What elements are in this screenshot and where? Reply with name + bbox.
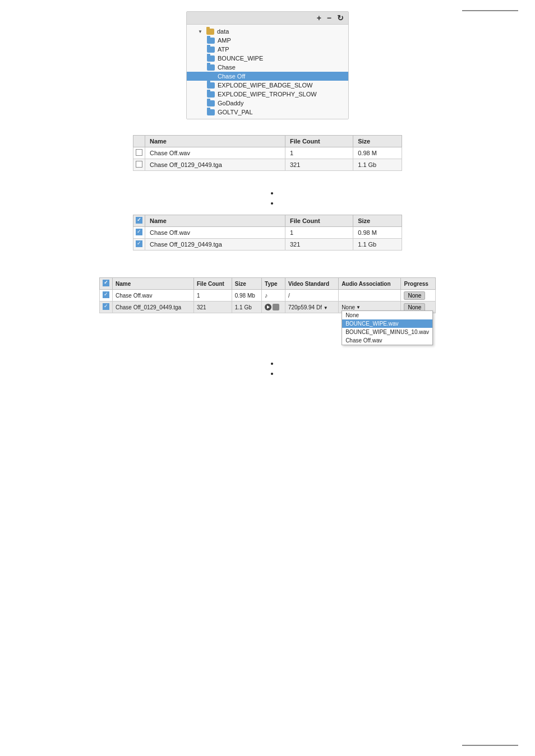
header-checkbox[interactable] xyxy=(136,217,142,224)
tree-item-label: AMP xyxy=(218,37,231,44)
folder-icon xyxy=(206,29,214,35)
col-type: Type xyxy=(262,278,285,290)
row-file-count: 1 xyxy=(193,290,232,302)
row-name: Chase Off_0129_0449.tga xyxy=(113,302,194,313)
bullets-section-2 xyxy=(99,357,436,379)
col-name: Name xyxy=(145,215,285,227)
tree-panel: + − ↻ ▼ data AMP ATP xyxy=(186,11,349,119)
bottom-decoration xyxy=(462,745,518,746)
tree-item-label: GoDaddy xyxy=(218,100,243,106)
row-file-count: 321 xyxy=(285,159,353,171)
row-type[interactable] xyxy=(262,302,285,313)
tree-item-label: Chase Off xyxy=(218,73,245,80)
col-size: Size xyxy=(232,278,261,290)
table-row: Chase Off.wav 1 0.98 M xyxy=(133,147,402,159)
stop-button[interactable] xyxy=(273,304,279,310)
row-size: 1.1 Gb xyxy=(353,159,402,171)
dropdown-option-bounce-wipe-minus[interactable]: BOUNCE_WIPE_MINUS_10.wav xyxy=(342,328,432,336)
audio-dropdown-arrow-icon[interactable]: ▼ xyxy=(356,305,361,310)
tree-item-label: data xyxy=(217,28,229,35)
row-name: Chase Off.wav xyxy=(145,227,285,239)
checkbox-unchecked[interactable] xyxy=(136,149,142,156)
row-size: 0.98 M xyxy=(353,147,402,159)
none-button[interactable]: None xyxy=(404,291,425,300)
tree-item-label: Chase xyxy=(218,64,236,71)
remove-button[interactable]: − xyxy=(327,13,331,22)
col-name: Name xyxy=(113,278,194,290)
dropdown-arrow-icon[interactable]: ▼ xyxy=(324,305,328,310)
tree-item-label: BOUNCE_WIPE xyxy=(218,55,263,62)
tree-item-label: GOLTV_PAL xyxy=(218,109,253,115)
tree-item-amp[interactable]: AMP xyxy=(187,36,348,45)
col-progress: Progress xyxy=(401,278,436,290)
top-decoration xyxy=(462,10,518,11)
row-checkbox-cell[interactable] xyxy=(133,159,145,171)
row-name: Chase Off.wav xyxy=(145,147,285,159)
audio-dropdown-value: None xyxy=(342,304,355,310)
play-button[interactable] xyxy=(265,304,271,310)
checked-table-section: Name File Count Size Chase Off.wav 1 0.9… xyxy=(17,215,518,251)
col-file-count: File Count xyxy=(285,215,353,227)
col-video-standard: Video Standard xyxy=(285,278,338,290)
row-size: 1.1 Gb xyxy=(232,302,261,313)
col-file-count: File Count xyxy=(285,136,353,147)
folder-icon xyxy=(207,100,215,106)
row-checkbox-cell[interactable] xyxy=(133,239,145,251)
add-button[interactable]: + xyxy=(317,13,321,22)
folder-icon xyxy=(207,64,215,71)
tree-item-godaddy[interactable]: GoDaddy xyxy=(187,99,348,108)
row-checkbox-cell[interactable] xyxy=(133,227,145,239)
checkbox-unchecked[interactable] xyxy=(136,161,142,168)
full-files-table: Name File Count Size Type Video Standard… xyxy=(99,277,436,313)
table-row: Chase Off_0129_0449.tga 321 1.1 Gb xyxy=(133,159,402,171)
row-checkbox-cell[interactable] xyxy=(100,290,113,302)
col-checkbox xyxy=(100,278,113,290)
header-checkbox[interactable] xyxy=(103,280,109,286)
row-audio-association-cell[interactable]: None ▼ None BOUNCE_WIPE.wav BOUNCE_WIPE_… xyxy=(339,302,401,313)
col-size: Size xyxy=(353,215,402,227)
folder-icon xyxy=(207,55,215,62)
col-file-count: File Count xyxy=(193,278,232,290)
checkbox-checked[interactable] xyxy=(136,229,142,235)
col-audio-association: Audio Association xyxy=(339,278,401,290)
folder-icon xyxy=(207,109,215,115)
dropdown-option-chase-off[interactable]: Chase Off.wav xyxy=(342,336,432,345)
row-checkbox-cell[interactable] xyxy=(133,147,145,159)
row-file-count: 321 xyxy=(285,239,353,251)
file-tree-section: + − ↻ ▼ data AMP ATP xyxy=(17,11,518,119)
tree-item-explode2[interactable]: EXPLODE_WIPE_TROPHY_SLOW xyxy=(187,90,348,99)
checkbox-checked[interactable] xyxy=(103,291,109,298)
tree-item-bounce-wipe[interactable]: BOUNCE_WIPE xyxy=(187,54,348,63)
tree-body: ▼ data AMP ATP BOUNCE_WIPE xyxy=(187,25,348,119)
checkbox-checked[interactable] xyxy=(103,303,109,310)
video-standard-value: 720p59.94 Df xyxy=(288,304,322,310)
row-checkbox-cell[interactable] xyxy=(100,302,113,313)
tree-item-label: ATP xyxy=(218,46,229,53)
refresh-button[interactable]: ↻ xyxy=(337,13,344,22)
col-size: Size xyxy=(353,136,402,147)
tree-item-goltv[interactable]: GOLTV_PAL xyxy=(187,108,348,117)
row-file-count: 1 xyxy=(285,227,353,239)
tree-item-chase-off[interactable]: Chase Off xyxy=(187,72,348,81)
row-name: Chase Off_0129_0449.tga xyxy=(145,159,285,171)
tree-item-atp[interactable]: ATP xyxy=(187,45,348,54)
row-video-standard: 720p59.94 Df ▼ xyxy=(285,302,338,313)
row-type: ♪ xyxy=(262,290,285,302)
collapse-arrow-icon: ▼ xyxy=(198,29,202,34)
dropdown-option-bounce-wipe[interactable]: BOUNCE_WIPE.wav xyxy=(342,319,432,328)
row-size: 1.1 Gb xyxy=(353,239,402,251)
tree-toolbar: + − ↻ xyxy=(187,12,348,25)
checkbox-checked[interactable] xyxy=(136,240,142,247)
simple-table-section: Name File Count Size Chase Off.wav 1 0.9… xyxy=(17,135,518,171)
folder-icon xyxy=(207,73,215,80)
folder-icon xyxy=(207,91,215,98)
row-progress: None xyxy=(401,290,436,302)
row-file-count: 1 xyxy=(285,147,353,159)
table-row: Chase Off.wav 1 0.98 M xyxy=(133,227,402,239)
tree-item-root[interactable]: ▼ data xyxy=(187,27,348,36)
dropdown-option-none[interactable]: None xyxy=(342,311,432,319)
tree-item-explode1[interactable]: EXPLODE_WIPE_BADGE_SLOW xyxy=(187,81,348,90)
row-name: Chase Off_0129_0449.tga xyxy=(145,239,285,251)
full-table-section: Name File Count Size Type Video Standard… xyxy=(17,277,518,313)
tree-item-chase[interactable]: Chase xyxy=(187,63,348,72)
